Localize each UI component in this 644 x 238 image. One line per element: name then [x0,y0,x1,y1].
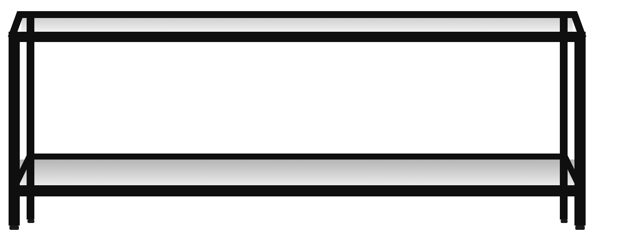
product-image: Rectangular black metal frame coffee tab… [0,0,644,238]
